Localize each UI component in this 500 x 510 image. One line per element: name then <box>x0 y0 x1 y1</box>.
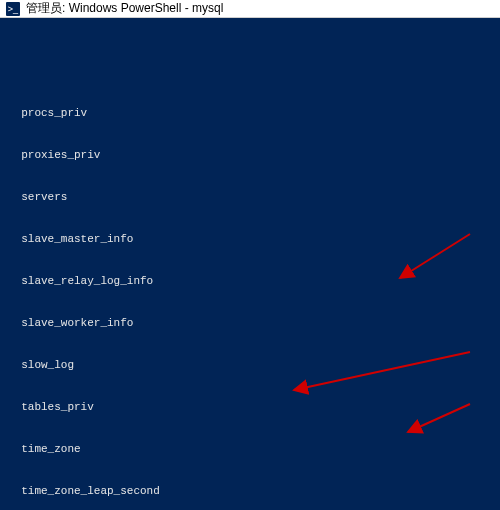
table-row: proxies_priv <box>8 148 492 162</box>
terminal[interactable]: procs_priv proxies_priv servers slave_ma… <box>0 18 500 510</box>
table-row: slave_worker_info <box>8 316 492 330</box>
titlebar[interactable]: >_ 管理员: Windows PowerShell - mysql <box>0 0 500 18</box>
table-row: tables_priv <box>8 400 492 414</box>
powershell-window: >_ 管理员: Windows PowerShell - mysql procs… <box>0 0 500 510</box>
table-row: time_zone <box>8 442 492 456</box>
powershell-icon: >_ <box>6 2 20 16</box>
tables-list: procs_priv proxies_priv servers slave_ma… <box>8 78 492 510</box>
table-row: slave_relay_log_info <box>8 274 492 288</box>
table-row: time_zone_leap_second <box>8 484 492 498</box>
table-row: procs_priv <box>8 106 492 120</box>
window-title: 管理员: Windows PowerShell - mysql <box>26 0 223 17</box>
table-row: slave_master_info <box>8 232 492 246</box>
table-row: slow_log <box>8 358 492 372</box>
table-row: servers <box>8 190 492 204</box>
